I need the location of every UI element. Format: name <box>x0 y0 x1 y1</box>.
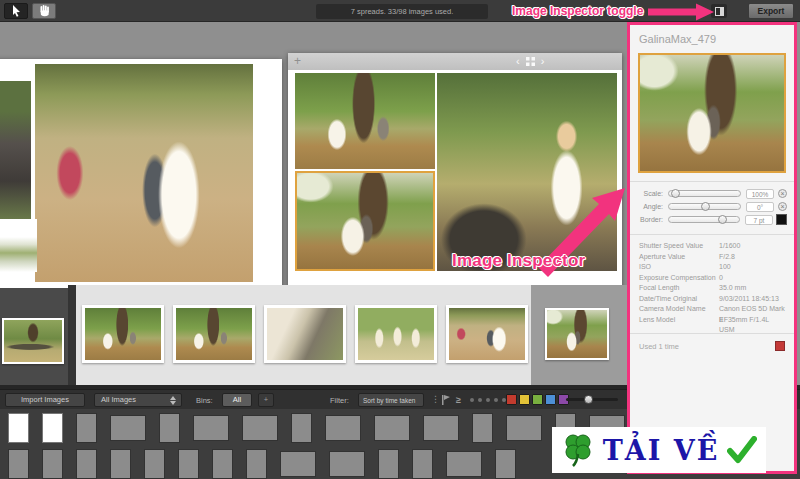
reset-icon[interactable]: × <box>778 202 787 211</box>
photo-groomsman[interactable] <box>0 81 31 220</box>
filmstrip-thumbnail[interactable] <box>545 308 609 360</box>
spread-page-left[interactable] <box>0 59 282 300</box>
slider-handle[interactable] <box>701 202 710 211</box>
library-thumbnail[interactable] <box>329 451 365 477</box>
library-thumbnail[interactable] <box>193 415 229 441</box>
more-options-icon[interactable]: ⋮ <box>431 394 440 404</box>
filmstrip-thumbnail[interactable] <box>264 305 346 363</box>
library-thumbnail[interactable] <box>110 449 131 479</box>
rating-dots-filter[interactable] <box>470 398 506 402</box>
spread-window-header[interactable]: + ‹ › <box>288 53 622 70</box>
filmstrip[interactable] <box>76 285 531 385</box>
reset-icon[interactable]: × <box>778 189 787 198</box>
library-thumbnail[interactable] <box>378 449 399 479</box>
usage-color-swatch[interactable] <box>775 341 785 351</box>
library-thumbnail[interactable] <box>42 413 63 443</box>
photo-small-corner[interactable] <box>0 219 37 272</box>
border-color-swatch[interactable] <box>776 214 787 225</box>
filmstrip-thumbnail[interactable] <box>446 305 528 363</box>
clover-icon <box>561 432 595 468</box>
sort-select[interactable]: Sort by time taken <box>358 393 424 407</box>
inspector-photo-preview[interactable] <box>638 53 786 173</box>
slider-track[interactable] <box>668 216 740 223</box>
library-thumbnail[interactable] <box>8 449 29 479</box>
thumbnail-photo <box>358 308 434 360</box>
exif-label: Focal Length <box>639 283 719 294</box>
slider-track[interactable] <box>668 190 741 197</box>
exif-label: Lens Model <box>639 315 719 326</box>
library-thumbnail[interactable] <box>242 415 278 441</box>
library-thumbnail[interactable] <box>325 415 361 441</box>
cursor-icon <box>12 5 21 17</box>
library-thumbnail[interactable] <box>110 415 146 441</box>
slider-label: Angle: <box>632 203 663 210</box>
flag-filter-icon[interactable] <box>442 395 450 405</box>
hand-icon <box>39 5 50 17</box>
filmstrip-thumbnail[interactable] <box>2 318 64 364</box>
rating-dot[interactable] <box>486 398 490 402</box>
filmstrip-thumbnail[interactable] <box>82 305 164 363</box>
color-label-chip[interactable] <box>519 394 530 405</box>
exif-value: Canon EOS 5D Mark II <box>719 304 785 315</box>
library-thumbnail[interactable] <box>76 449 97 479</box>
slider-value-field[interactable]: 0° <box>746 202 774 212</box>
bins-all-button[interactable]: All <box>222 393 252 407</box>
library-thumbnail[interactable] <box>423 415 459 441</box>
slider-track[interactable] <box>668 203 741 210</box>
cursor-tool-button[interactable] <box>4 3 28 19</box>
prev-spread-icon[interactable]: ‹ <box>516 55 520 67</box>
library-thumbnail[interactable] <box>144 449 165 479</box>
color-label-chip[interactable] <box>532 394 543 405</box>
export-button[interactable]: Export <box>748 3 794 19</box>
library-thumbnail[interactable] <box>8 413 29 443</box>
rating-dot[interactable] <box>494 398 498 402</box>
color-label-filter[interactable] <box>506 394 569 405</box>
watermark-text: TẢI VỀ <box>603 435 720 466</box>
library-thumbnail[interactable] <box>495 449 516 479</box>
rating-operator-icon[interactable]: ≥ <box>456 395 461 405</box>
library-thumbnail[interactable] <box>42 449 63 479</box>
photo-ceremony[interactable] <box>295 73 435 169</box>
library-thumbnail[interactable] <box>159 413 180 443</box>
rating-dot[interactable] <box>470 398 474 402</box>
slider-label: Border: <box>632 216 663 223</box>
album-designer-app: + ‹ › Import Images <box>0 0 800 479</box>
library-thumbnail[interactable] <box>506 415 542 441</box>
slider-handle[interactable] <box>671 189 680 198</box>
slider-handle[interactable] <box>718 215 727 224</box>
rating-dot[interactable] <box>478 398 482 402</box>
exif-label: Exposure Compensation <box>639 273 719 284</box>
import-images-button[interactable]: Import Images <box>5 393 85 407</box>
exif-value: 9/03/2011 18:45:13 <box>719 294 785 305</box>
slider-value-field[interactable]: 100% <box>746 189 774 199</box>
color-label-chip[interactable] <box>506 394 517 405</box>
library-thumbnail[interactable] <box>212 449 233 479</box>
library-thumbnail[interactable] <box>412 449 433 479</box>
images-filter-select[interactable]: All Images <box>94 393 182 407</box>
library-thumbnail[interactable] <box>291 413 312 443</box>
filmstrip-thumbnail[interactable] <box>173 305 255 363</box>
slider-value-field[interactable]: 7 pt <box>745 215 773 225</box>
thumbnail-size-slider[interactable] <box>566 398 618 401</box>
photo-first-kiss-selected[interactable] <box>295 171 435 271</box>
library-thumbnail[interactable] <box>280 451 316 477</box>
exif-metadata-table: Shutter Speed Value 1/1600 Aperture Valu… <box>639 241 785 325</box>
library-thumbnail[interactable] <box>76 413 97 443</box>
exif-row: Camera Model Name Canon EOS 5D Mark II <box>639 304 785 315</box>
spread-grid-icon[interactable] <box>526 57 535 66</box>
photo-bride-father-aisle[interactable] <box>35 64 253 282</box>
divider <box>630 234 794 235</box>
color-label-chip[interactable] <box>545 394 556 405</box>
add-bin-button[interactable]: + <box>258 393 274 407</box>
hand-tool-button[interactable] <box>32 3 56 19</box>
filmstrip-thumbnail[interactable] <box>355 305 437 363</box>
next-spread-icon[interactable]: › <box>541 55 545 67</box>
library-thumbnail[interactable] <box>446 451 482 477</box>
library-thumbnail[interactable] <box>178 449 199 479</box>
exif-row: Date/Time Original 9/03/2011 18:45:13 <box>639 294 785 305</box>
library-thumbnail[interactable] <box>246 449 267 479</box>
library-thumbnail[interactable] <box>472 413 493 443</box>
add-spread-button[interactable]: + <box>294 54 301 68</box>
slider-knob[interactable] <box>584 395 593 404</box>
library-thumbnail[interactable] <box>374 415 410 441</box>
